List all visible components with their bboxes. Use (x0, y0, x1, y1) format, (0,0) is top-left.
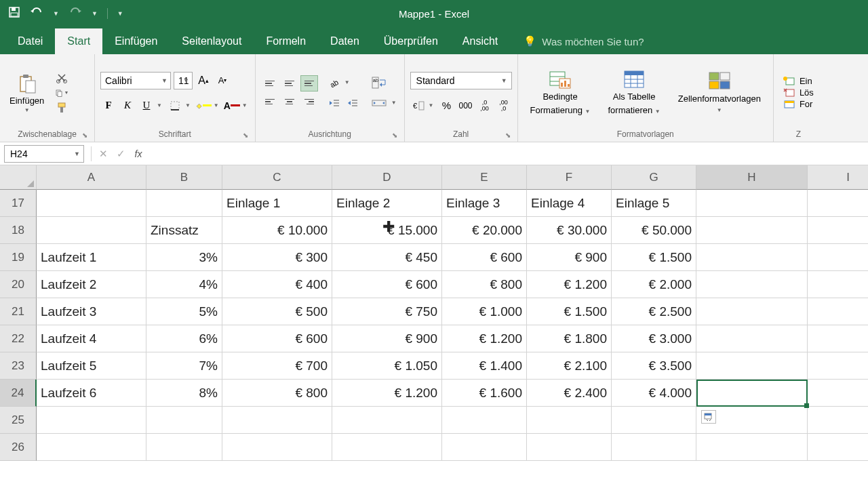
tab-start[interactable]: Start (55, 28, 102, 54)
increase-font-icon[interactable]: A▴ (195, 73, 212, 89)
fill-color-dropdown-icon[interactable]: ▼ (212, 102, 221, 108)
clipboard-launcher-icon[interactable]: ⬊ (82, 131, 87, 139)
cell-D23[interactable]: € 1.050 (332, 352, 442, 380)
cell-C17[interactable]: Einlage 1 (222, 190, 332, 217)
accept-formula-icon[interactable]: ✓ (112, 145, 130, 163)
tab-seitenlayout[interactable]: Seitenlayout (170, 28, 254, 54)
cell-D24[interactable]: € 1.200 (332, 380, 442, 407)
cell-H22[interactable] (696, 325, 808, 352)
cell-C19[interactable]: € 300 (222, 244, 332, 271)
cell-styles-button[interactable]: Zellenformatvorlagen ▼ (671, 70, 768, 115)
tab-ansicht[interactable]: Ansicht (450, 28, 510, 54)
save-icon[interactable] (8, 6, 20, 21)
cell-C18[interactable]: € 10.000 (222, 217, 332, 244)
row-header-21[interactable]: 21 (0, 298, 37, 325)
cell-D20[interactable]: € 600 (332, 271, 442, 298)
decrease-decimal-button[interactable]: ,00,0 (496, 98, 512, 114)
cell-H21[interactable] (696, 298, 808, 325)
align-middle-button[interactable] (281, 75, 298, 92)
cell-B18[interactable]: Zinssatz (146, 217, 222, 244)
cell-A18[interactable] (37, 217, 146, 244)
col-header-G[interactable]: G (612, 165, 696, 190)
align-center-button[interactable] (281, 94, 298, 110)
cell-G21[interactable]: € 2.500 (612, 298, 696, 325)
format-as-table-button[interactable]: Als Tabelle formatieren ▼ (601, 68, 667, 117)
cell-C20[interactable]: € 400 (222, 271, 332, 298)
select-all-corner[interactable] (0, 165, 37, 190)
alignment-launcher-icon[interactable]: ⬊ (392, 131, 397, 139)
row-header-25[interactable]: 25 (0, 407, 37, 434)
align-bottom-button[interactable] (300, 75, 318, 92)
cell-G18[interactable]: € 50.000 (612, 217, 696, 244)
cell-A19[interactable]: Laufzeit 1 (37, 244, 146, 271)
col-header-C[interactable]: C (222, 165, 332, 190)
accounting-dropdown-icon[interactable]: ▼ (427, 102, 436, 108)
redo-icon[interactable] (68, 7, 82, 20)
paste-button[interactable]: Einfügen ▼ (5, 70, 48, 116)
cell-E22[interactable]: € 1.200 (442, 325, 527, 352)
col-header-D[interactable]: D (332, 165, 442, 190)
tell-me-search[interactable]: 💡 Was möchten Sie tun? (524, 28, 644, 54)
merge-button[interactable] (369, 95, 389, 111)
cell-I24[interactable] (808, 380, 868, 407)
fill-color-button[interactable] (195, 98, 212, 114)
cell-G22[interactable]: € 3.000 (612, 325, 696, 352)
col-header-E[interactable]: E (442, 165, 527, 190)
col-header-A[interactable]: A (37, 165, 146, 190)
cell-A26[interactable] (37, 434, 146, 461)
merge-dropdown-icon[interactable]: ▼ (389, 100, 399, 106)
bold-button[interactable]: F (100, 98, 117, 114)
cell-H23[interactable] (696, 352, 808, 380)
cell-F22[interactable]: € 1.800 (527, 325, 612, 352)
cell-I25[interactable] (808, 407, 868, 434)
cell-A20[interactable]: Laufzeit 2 (37, 271, 146, 298)
cell-H18[interactable] (696, 217, 808, 244)
format-cells-button[interactable]: For (783, 99, 814, 109)
underline-dropdown-icon[interactable]: ▼ (155, 102, 164, 108)
cell-H24[interactable] (696, 380, 808, 407)
cell-H26[interactable] (696, 434, 808, 461)
cell-G24[interactable]: € 4.000 (612, 380, 696, 407)
cell-B22[interactable]: 6% (146, 325, 222, 352)
cell-E21[interactable]: € 1.000 (442, 298, 527, 325)
font-color-button[interactable]: A (224, 98, 240, 114)
cell-B20[interactable]: 4% (146, 271, 222, 298)
cell-F24[interactable]: € 2.400 (527, 380, 612, 407)
orientation-dropdown-icon[interactable]: ▼ (342, 79, 352, 85)
cell-B26[interactable] (146, 434, 222, 461)
cell-F26[interactable] (527, 434, 612, 461)
cell-D17[interactable]: Einlage 2 (332, 190, 442, 217)
delete-cells-button[interactable]: Lös (783, 87, 814, 98)
tab-formeln[interactable]: Formeln (254, 28, 318, 54)
cell-E26[interactable] (442, 434, 527, 461)
cell-G20[interactable]: € 2.000 (612, 271, 696, 298)
cell-F25[interactable] (527, 407, 612, 434)
cell-D22[interactable]: € 900 (332, 325, 442, 352)
border-button[interactable] (167, 98, 183, 114)
cell-G25[interactable] (612, 407, 696, 434)
row-header-23[interactable]: 23 (0, 352, 37, 380)
align-left-button[interactable] (261, 94, 279, 110)
cell-C26[interactable] (222, 434, 332, 461)
cell-H17[interactable] (696, 190, 808, 217)
cut-icon[interactable] (55, 73, 68, 83)
name-box[interactable]: H24▼ (4, 145, 84, 163)
cell-G19[interactable]: € 1.500 (612, 244, 696, 271)
font-color-dropdown-icon[interactable]: ▼ (240, 102, 250, 108)
cell-E18[interactable]: € 20.000 (442, 217, 527, 244)
cell-F21[interactable]: € 1.500 (527, 298, 612, 325)
cell-H20[interactable] (696, 271, 808, 298)
font-name-combo[interactable]: Calibri▼ (100, 72, 171, 89)
cell-A17[interactable] (37, 190, 146, 217)
percent-button[interactable]: % (439, 98, 455, 114)
tab-daten[interactable]: Daten (318, 28, 372, 54)
tab-datei[interactable]: Datei (5, 28, 55, 54)
format-painter-icon[interactable] (55, 102, 68, 113)
cell-I19[interactable] (808, 244, 868, 271)
cell-E17[interactable]: Einlage 3 (442, 190, 527, 217)
align-right-button[interactable] (300, 94, 318, 110)
insert-function-icon[interactable]: fx (130, 145, 147, 163)
insert-cells-button[interactable]: Ein (783, 76, 814, 86)
cell-G26[interactable] (612, 434, 696, 461)
cell-B17[interactable] (146, 190, 222, 217)
